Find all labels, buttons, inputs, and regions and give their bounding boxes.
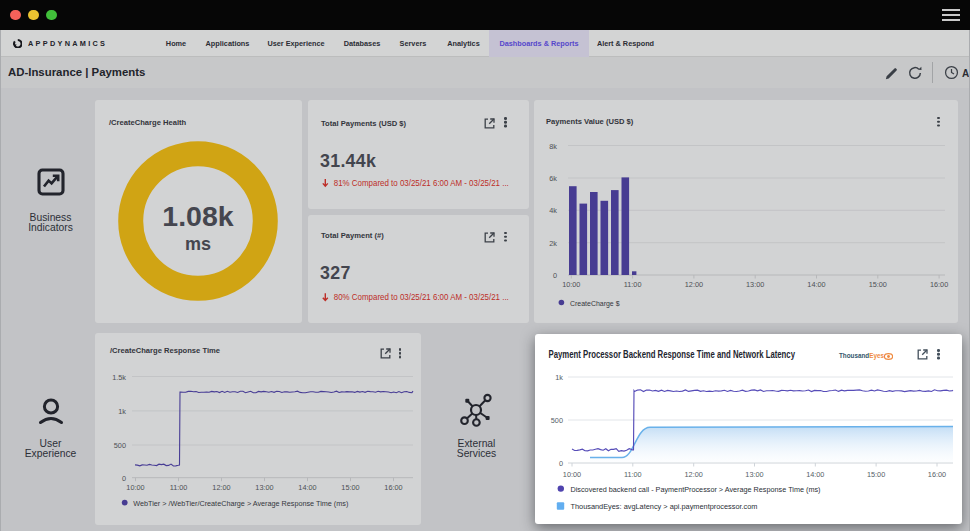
svg-text:0: 0: [559, 459, 563, 468]
svg-text:Payment Processor Backend Resp: Payment Processor Backend Response Time …: [549, 349, 796, 360]
svg-text:1k: 1k: [555, 373, 563, 382]
svg-text:11:00: 11:00: [624, 470, 642, 479]
svg-text:15:00: 15:00: [867, 470, 885, 479]
svg-text:Discovered backend call - Paym: Discovered backend call - PaymentProcess…: [571, 485, 821, 494]
svg-text:12:00: 12:00: [685, 470, 703, 479]
svg-text:10:00: 10:00: [563, 470, 581, 479]
svg-text:ThousandEyes: ThousandEyes: [839, 351, 884, 360]
svg-text:500: 500: [551, 416, 563, 425]
svg-text:16:00: 16:00: [928, 470, 946, 479]
svg-text:14:00: 14:00: [806, 470, 824, 479]
svg-text:ThousandEyes: avgLatency > api: ThousandEyes: avgLatency > api.paymentpr…: [571, 502, 758, 511]
svg-text:13:00: 13:00: [745, 470, 763, 479]
